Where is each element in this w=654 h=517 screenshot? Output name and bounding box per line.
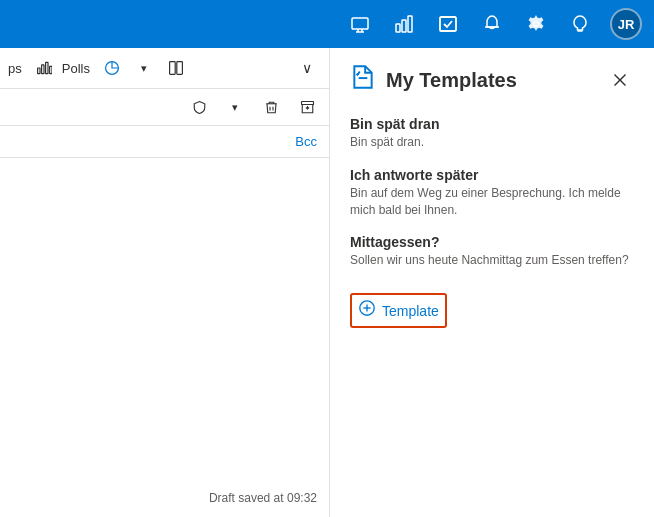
- bell-icon[interactable]: [478, 10, 506, 38]
- email-body[interactable]: Draft saved at 09:32: [0, 158, 329, 517]
- screens-icon[interactable]: [346, 10, 374, 38]
- dropdown-chevron[interactable]: ▾: [130, 54, 158, 82]
- templates-panel: My Templates Bin spät dranBin spät dran.…: [330, 48, 654, 517]
- avatar[interactable]: JR: [610, 8, 642, 40]
- template-item-body: Sollen wir uns heute Nachmittag zum Esse…: [350, 252, 634, 269]
- template-item-title: Ich antworte später: [350, 167, 634, 183]
- template-item-title: Mittagessen?: [350, 234, 634, 250]
- toolbar-row-2: ▾: [0, 89, 329, 126]
- toolbar-row-1: ps Polls ▾: [0, 48, 329, 89]
- check-icon[interactable]: [434, 10, 462, 38]
- bcc-button[interactable]: Bcc: [295, 134, 317, 149]
- layout-icon[interactable]: [162, 54, 190, 82]
- svg-rect-16: [177, 62, 183, 75]
- polls-icon[interactable]: [30, 54, 58, 82]
- svg-rect-7: [440, 17, 456, 31]
- template-item-body: Bin spät dran.: [350, 134, 634, 151]
- delete-icon[interactable]: [257, 93, 285, 121]
- shield-dropdown[interactable]: ▾: [221, 93, 249, 121]
- sticker-icon[interactable]: [98, 54, 126, 82]
- svg-rect-11: [41, 65, 43, 74]
- template-item-body: Bin auf dem Weg zu einer Besprechung. Ic…: [350, 185, 634, 219]
- draft-saved-status: Draft saved at 09:32: [209, 491, 317, 505]
- settings-icon[interactable]: [522, 10, 550, 38]
- svg-rect-12: [45, 62, 47, 73]
- svg-rect-5: [402, 20, 406, 32]
- main-content: ps Polls ▾: [0, 48, 654, 517]
- panel-header: My Templates: [350, 64, 634, 96]
- collapse-button[interactable]: ∨: [293, 54, 321, 82]
- svg-rect-13: [49, 66, 51, 73]
- bcc-area: Bcc: [0, 126, 329, 158]
- add-template-label: Template: [382, 303, 439, 319]
- toolbar-label-ps: ps: [8, 61, 22, 76]
- svg-rect-19: [301, 101, 313, 104]
- svg-rect-15: [170, 62, 176, 75]
- svg-rect-4: [396, 24, 400, 32]
- bulb-icon[interactable]: [566, 10, 594, 38]
- add-template-button[interactable]: Template: [350, 293, 447, 328]
- svg-rect-0: [352, 18, 368, 29]
- left-panel: ps Polls ▾: [0, 48, 330, 517]
- template-item-title: Bin spät dran: [350, 116, 634, 132]
- template-item[interactable]: Ich antworte späterBin auf dem Weg zu ei…: [350, 167, 634, 219]
- shield-icon[interactable]: [185, 93, 213, 121]
- panel-title: My Templates: [386, 69, 606, 92]
- template-icon: [350, 64, 376, 96]
- archive-icon[interactable]: [293, 93, 321, 121]
- chart-icon[interactable]: [390, 10, 418, 38]
- template-item[interactable]: Mittagessen?Sollen wir uns heute Nachmit…: [350, 234, 634, 269]
- top-bar: JR: [0, 0, 654, 48]
- template-item[interactable]: Bin spät dranBin spät dran.: [350, 116, 634, 151]
- panel-close-button[interactable]: [606, 66, 634, 94]
- template-list: Bin spät dranBin spät dran.Ich antworte …: [350, 116, 634, 285]
- add-icon: [358, 299, 376, 322]
- svg-rect-10: [37, 68, 39, 74]
- polls-label: Polls: [62, 61, 90, 76]
- svg-rect-6: [408, 16, 412, 32]
